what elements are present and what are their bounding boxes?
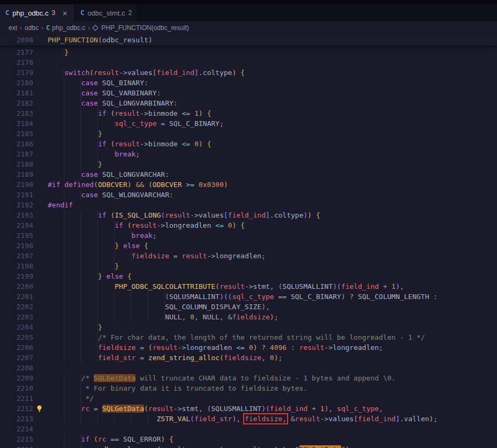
- code-token: (: [144, 405, 148, 413]
- code-line-2185[interactable]: 2185}: [0, 129, 497, 139]
- code-line-2184[interactable]: 2184sql_c_type = SQL_C_BINARY;: [0, 118, 497, 129]
- code-line-2201[interactable]: 2201(SQLUSMALLINT)((sql_c_type == SQL_C_…: [0, 292, 497, 302]
- code-token: result: [299, 344, 325, 352]
- code-line-2208[interactable]: 2208: [0, 363, 497, 373]
- line-number[interactable]: 2191: [0, 190, 36, 200]
- line-number[interactable]: 2201: [0, 292, 36, 302]
- breadcrumb-item-1[interactable]: odbc: [25, 24, 39, 32]
- line-number[interactable]: 2203: [0, 312, 36, 322]
- code-line-2207[interactable]: 2207field_str = zend_string_alloc(fields…: [0, 353, 497, 363]
- code-line-2196[interactable]: 2196} else {: [0, 241, 497, 251]
- line-number[interactable]: 2199: [0, 271, 36, 281]
- code-token: ->: [157, 221, 165, 229]
- code-line-2214[interactable]: 2214: [0, 424, 497, 434]
- breadcrumb-item-0[interactable]: ext: [9, 24, 17, 32]
- code-line-2204[interactable]: 2204}: [0, 322, 497, 332]
- code-line-2182[interactable]: 2182case SQL_LONGVARBINARY:: [0, 98, 497, 108]
- line-number[interactable]: 2204: [0, 322, 36, 332]
- code-line-2213[interactable]: 2213ZSTR_VAL(field_str), fieldsize, &res…: [0, 414, 497, 424]
- line-number[interactable]: 2178: [0, 57, 36, 68]
- line-number[interactable]: 2186: [0, 139, 36, 149]
- line-number[interactable]: 2184: [0, 118, 36, 129]
- code-line-2199[interactable]: 2199} else {: [0, 271, 497, 281]
- code-token: fieldsize: [132, 252, 169, 260]
- code-line-2194[interactable]: 2194if (result->longreadlen <= 0) {: [0, 220, 497, 230]
- code-line-2216[interactable]: 2216odbc_sql_error(result->conn_ptr, res…: [0, 444, 497, 448]
- line-number[interactable]: 2211: [0, 393, 36, 404]
- editor[interactable]: 2177}21782179switch(result->values[field…: [0, 46, 497, 448]
- code-line-2211[interactable]: 2211 */: [0, 393, 497, 404]
- line-number[interactable]: 2216: [0, 444, 36, 448]
- code-line-2178[interactable]: 2178: [0, 57, 497, 68]
- code-line-2189[interactable]: 2189case SQL_LONGVARCHAR:: [0, 169, 497, 180]
- line-content: [36, 363, 48, 373]
- code-line-2202[interactable]: 2202SQL_COLUMN_DISPLAY_SIZE),: [0, 302, 497, 312]
- annotation-redbox: fieldsize,: [245, 415, 287, 423]
- code-line-2209[interactable]: 2209/* SQLGetData will truncate CHAR dat…: [0, 373, 497, 383]
- code-line-2206[interactable]: 2206fieldsize = (result->longreadlen <= …: [0, 342, 497, 353]
- code-line-2193[interactable]: 2193if (IS_SQL_LONG(result->values[field…: [0, 210, 497, 220]
- line-number[interactable]: 2182: [0, 98, 36, 108]
- code-line-2183[interactable]: 2183if (result->binmode <= 1) {: [0, 108, 497, 118]
- tab-odbc_stmt.c[interactable]: Codbc_stmt.c2: [75, 4, 138, 21]
- line-number[interactable]: 2179: [0, 68, 36, 78]
- line-number[interactable]: 2207: [0, 353, 36, 363]
- code-line-2195[interactable]: 2195break;: [0, 230, 497, 241]
- line-number[interactable]: 2213: [0, 414, 36, 424]
- code-line-2190[interactable]: 2190#if defined(ODBCVER) && (ODBCVER >= …: [0, 180, 497, 190]
- line-number[interactable]: 2189: [0, 169, 36, 180]
- line-number[interactable]: 2208: [0, 363, 36, 373]
- code-line-2191[interactable]: 2191case SQL_WLONGVARCHAR:: [0, 190, 497, 200]
- line-number[interactable]: 2192: [0, 200, 36, 210]
- tab-php_odbc.c[interactable]: Cphp_odbc.c3×: [0, 4, 75, 21]
- code-line-2205[interactable]: 2205/* For char data, the length of the …: [0, 332, 497, 342]
- line-number[interactable]: 2197: [0, 251, 36, 261]
- code-line-2200[interactable]: 2200PHP_ODBC_SQLCOLATTRIBUTE(result->stm…: [0, 281, 497, 292]
- line-number[interactable]: 2195: [0, 230, 36, 241]
- breadcrumb-item-3[interactable]: PHP_FUNCTION(odbc_result): [93, 24, 189, 32]
- code-line-2179[interactable]: 2179switch(result->values[field_ind].col…: [0, 68, 497, 78]
- line-content: case SQL_LONGVARCHAR:: [36, 169, 169, 180]
- line-number[interactable]: 2181: [0, 88, 36, 98]
- code-line-2198[interactable]: 2198}: [0, 261, 497, 271]
- code-line-2215[interactable]: 2215if (rc == SQL_ERROR) {: [0, 434, 497, 444]
- line-number[interactable]: 2185: [0, 129, 36, 139]
- line-number[interactable]: 2183: [0, 108, 36, 118]
- lightbulb-icon[interactable]: [35, 405, 43, 413]
- code-line-2197[interactable]: 2197fieldsize = result->longreadlen;: [0, 251, 497, 261]
- code-line-2187[interactable]: 2187break;: [0, 149, 497, 159]
- code-line-2181[interactable]: 2181case SQL_VARBINARY:: [0, 88, 497, 98]
- line-number[interactable]: 2198: [0, 261, 36, 271]
- line-number[interactable]: 2190: [0, 180, 36, 190]
- line-number[interactable]: 2177: [0, 47, 36, 57]
- code-line-2180[interactable]: 2180case SQL_BINARY:: [0, 78, 497, 88]
- line-number[interactable]: 2202: [0, 302, 36, 312]
- code-line-2212[interactable]: 2212rc = SQLGetData(result->stmt, (SQLUS…: [0, 404, 497, 414]
- code-line-2188[interactable]: 2188}: [0, 159, 497, 169]
- code-line-2177[interactable]: 2177}: [0, 47, 497, 57]
- code-line-2210[interactable]: 2210 * For binary data it is truncated t…: [0, 383, 497, 393]
- code-token: =: [135, 354, 148, 362]
- sticky-scroll-line[interactable]: 2098 PHP_FUNCTION(odbc_result): [0, 34, 497, 46]
- line-number[interactable]: 2200: [0, 281, 36, 292]
- line-number[interactable]: 2206: [0, 342, 36, 353]
- line-number[interactable]: 2188: [0, 159, 36, 169]
- line-number[interactable]: 2214: [0, 424, 36, 434]
- code-line-2186[interactable]: 2186if (result->binmode <= 0) {: [0, 139, 497, 149]
- close-tab-icon[interactable]: ×: [61, 9, 69, 18]
- line-number[interactable]: 2209: [0, 373, 36, 383]
- code-token: {: [127, 272, 132, 280]
- line-number[interactable]: 2210: [0, 383, 36, 393]
- line-number[interactable]: 2196: [0, 241, 36, 251]
- line-number[interactable]: 2212: [0, 404, 36, 414]
- code-line-2203[interactable]: 2203NULL, 0, NULL, &fieldsize);: [0, 312, 497, 322]
- breadcrumb-item-2[interactable]: Cphp_odbc.c: [46, 24, 85, 32]
- line-number[interactable]: 2187: [0, 149, 36, 159]
- line-number[interactable]: 2215: [0, 434, 36, 444]
- code-token: ,: [379, 405, 383, 413]
- line-number[interactable]: 2194: [0, 220, 36, 230]
- line-number[interactable]: 2193: [0, 210, 36, 220]
- line-number[interactable]: 2180: [0, 78, 36, 88]
- line-number[interactable]: 2205: [0, 332, 36, 342]
- code-line-2192[interactable]: 2192#endif: [0, 200, 497, 210]
